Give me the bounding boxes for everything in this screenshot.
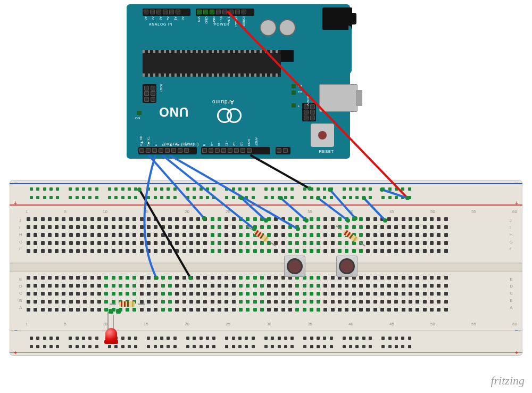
column-numbers: 151015202530354045505560	[26, 209, 517, 214]
minus-symbol: −	[14, 179, 18, 187]
pin-label: IOREF	[242, 17, 245, 26]
arduino-logo-icon	[217, 108, 242, 122]
rail-row[interactable]	[30, 196, 418, 199]
diagram-stage: RESET ANALOG IN POWER A5 A4 A3 A2 A1 A0 …	[0, 0, 532, 393]
capacitors	[259, 19, 297, 38]
row-letters: EDCBA	[510, 277, 513, 310]
pin-label: 2	[154, 144, 157, 146]
reset-label: RESET	[319, 150, 334, 153]
pin-label: A0	[181, 17, 185, 20]
led-l-label: L	[298, 104, 300, 108]
pin-label: ~6	[184, 142, 187, 146]
spare-header[interactable]	[276, 147, 290, 154]
pin-label: A1	[174, 17, 177, 20]
plus-symbol: +	[14, 350, 17, 356]
brand-name: Arduino	[212, 99, 234, 105]
led-tx-label: TX	[298, 91, 302, 94]
breadboard-center-divider	[10, 263, 522, 272]
pin-label: GND	[212, 17, 215, 23]
pin-label: RESET	[235, 17, 238, 27]
rail-row[interactable]	[30, 187, 418, 191]
pin-label: A3	[159, 17, 162, 20]
pin-label: 12	[232, 142, 236, 146]
board-name: UNO	[159, 104, 188, 119]
atmega-chip	[143, 53, 281, 73]
pin-label: 7	[192, 144, 195, 146]
breadboard: − + − + − + − + 151015202530354045505560…	[10, 180, 522, 356]
led-tx	[292, 91, 296, 95]
pin-label: ~11	[225, 141, 228, 146]
pin-label: GND	[247, 139, 251, 146]
pin-label: GND	[205, 17, 208, 23]
pin-label: ~5	[177, 142, 180, 146]
led-red[interactable]	[103, 328, 119, 349]
row-letters: JIHGF	[510, 218, 513, 251]
icsp-header[interactable]	[143, 84, 156, 103]
rail-row[interactable]	[30, 337, 418, 340]
usb-port	[319, 84, 358, 112]
minus-symbol: −	[514, 179, 518, 187]
pin-label: VIN	[197, 17, 201, 22]
rail-row[interactable]	[30, 345, 418, 348]
pin-label: RX◀0	[139, 136, 143, 146]
pin-label: ~3	[162, 142, 165, 146]
icsp2-header[interactable]	[302, 103, 316, 121]
pin-label: ~9	[210, 142, 213, 146]
icsp-label: ICSP	[160, 84, 163, 92]
pin-label: 3.3V	[227, 17, 230, 23]
column-numbers: 151015202530354045505560	[26, 322, 517, 326]
plus-symbol: +	[515, 350, 518, 356]
analog-group-label: ANALOG IN	[149, 22, 172, 26]
pin-label: 5V	[220, 17, 223, 20]
digital-header-0-7[interactable]	[138, 147, 197, 154]
row-letters: JIHGF	[19, 218, 22, 251]
pushbutton-1[interactable]	[284, 256, 305, 277]
led-on	[137, 111, 142, 115]
pin-label: TX▶1	[147, 136, 151, 146]
pushbutton-2[interactable]	[336, 256, 358, 277]
arduino-uno-board: RESET ANALOG IN POWER A5 A4 A3 A2 A1 A0 …	[127, 4, 350, 159]
pin-label: A4	[152, 17, 155, 20]
reset-button[interactable]	[311, 124, 334, 147]
plus-symbol: +	[14, 200, 17, 206]
led-rx	[292, 84, 296, 88]
watermark: fritzing	[491, 374, 525, 388]
digital-header-8-aref[interactable]	[201, 147, 270, 154]
led-on-label: ON	[135, 117, 140, 120]
plus-symbol: +	[515, 200, 518, 206]
power-header[interactable]	[196, 9, 254, 16]
icsp2-label: ICSP2	[306, 96, 310, 105]
led-l	[292, 103, 296, 108]
resistor-led[interactable]	[114, 301, 140, 307]
power-jack	[322, 7, 352, 30]
pin-label: A2	[167, 17, 170, 20]
pin-label: 4	[169, 144, 172, 146]
led-rx-label: RX	[298, 84, 302, 87]
pin-label: 8	[203, 144, 206, 146]
minus-symbol: −	[14, 327, 18, 334]
analog-header[interactable]	[143, 9, 190, 16]
pin-label: AREF	[255, 137, 258, 146]
row-letters: EDCBA	[19, 277, 22, 310]
minus-symbol: −	[514, 327, 518, 334]
pin-label: ~10	[218, 141, 221, 146]
pin-label: A5	[144, 17, 147, 20]
tie-point-used	[116, 309, 121, 314]
tie-point-used	[109, 309, 113, 314]
pin-label: 13	[240, 142, 243, 146]
